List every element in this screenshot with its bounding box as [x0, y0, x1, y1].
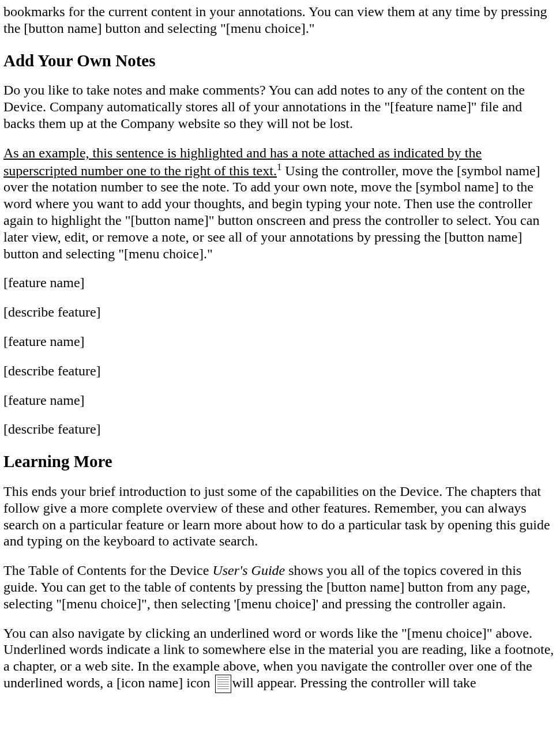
placeholder-line: [describe feature] — [3, 363, 557, 379]
heading-learning-more: Learning More — [3, 451, 557, 472]
learning-paragraph-3: You can also navigate by clicking an und… — [3, 625, 557, 694]
users-guide-title: User's Guide — [212, 563, 285, 578]
placeholder-line: [feature name] — [3, 392, 557, 409]
placeholder-line: [feature name] — [3, 333, 557, 350]
add-notes-paragraph-2: As an example, this sentence is highligh… — [3, 145, 557, 262]
placeholder-line: [describe feature] — [3, 304, 557, 321]
learning-paragraph-2: The Table of Contents for the Device Use… — [3, 562, 557, 612]
learning-p3-part-b: will appear. Pressing the controller wil… — [232, 675, 476, 690]
learning-p2-part-a: The Table of Contents for the Device — [3, 563, 212, 578]
page-icon — [215, 675, 231, 693]
intro-paragraph: bookmarks for the current content in you… — [3, 3, 557, 37]
add-notes-paragraph-1: Do you like to take notes and make comme… — [3, 82, 557, 131]
learning-paragraph-1: This ends your brief introduction to jus… — [3, 483, 557, 550]
placeholder-line: [feature name] — [3, 274, 557, 291]
placeholder-line: [describe feature] — [3, 421, 557, 438]
heading-add-notes: Add Your Own Notes — [3, 51, 557, 71]
